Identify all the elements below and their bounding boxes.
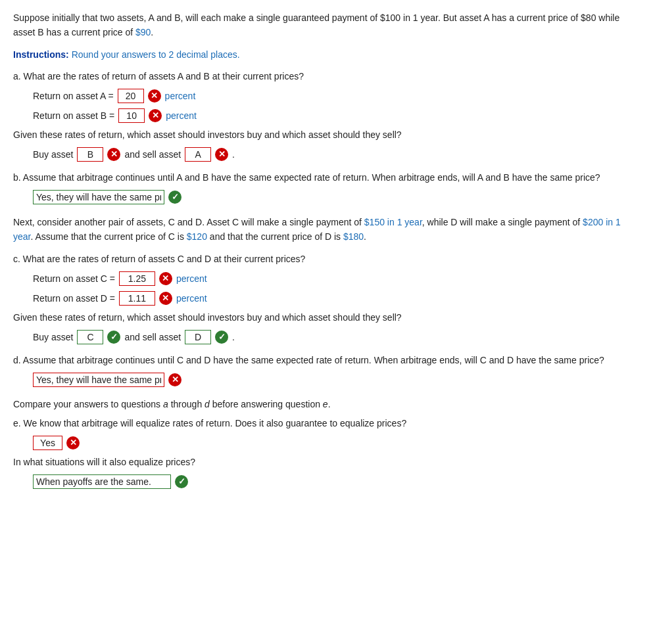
follow-up-e-row: ✓	[33, 474, 640, 489]
buy-c-correct-icon: ✓	[107, 331, 120, 344]
instructions: Instructions: Round your answers to 2 de…	[13, 48, 640, 62]
return-d-unit: percent	[176, 293, 207, 304]
sell-c-correct-icon: ✓	[215, 331, 228, 344]
section-c: c. What are the rates of return of asset…	[13, 252, 640, 344]
answer-e-input[interactable]	[33, 436, 62, 450]
answer-e-wrong-icon: ✕	[66, 436, 80, 449]
cd-intro: Next, consider another pair of assets, C…	[13, 215, 640, 244]
section-d: d. Assume that arbitrage continues until…	[13, 354, 640, 387]
sell-input-a[interactable]	[185, 147, 211, 162]
return-c-row: Return on asset C = ✕ percent	[33, 271, 640, 286]
section-a: a. What are the rates of return of asset…	[13, 70, 640, 162]
sell-input-c[interactable]	[185, 330, 211, 344]
question-a: a. What are the rates of return of asset…	[13, 70, 640, 83]
follow-up-a: Given these rates of return, which asset…	[13, 128, 640, 142]
answer-d-row: ✕	[33, 373, 640, 387]
return-d-row: Return on asset D = ✕ percent	[33, 291, 640, 306]
return-a-unit: percent	[165, 91, 196, 101]
buy-input-c[interactable]	[77, 330, 103, 344]
sell-a-wrong-icon: ✕	[215, 148, 228, 161]
answer-b-correct-icon: ✓	[168, 191, 181, 204]
return-a-input[interactable]	[118, 89, 144, 103]
follow-up-e-correct-icon: ✓	[175, 475, 188, 488]
section-b: b. Assume that arbitrage continues until…	[13, 171, 640, 204]
answer-e-row: ✕	[33, 436, 640, 450]
answer-d-input[interactable]	[33, 373, 164, 387]
instructions-label: Instructions:	[13, 49, 69, 60]
return-c-input[interactable]	[119, 271, 155, 286]
return-b-wrong-icon: ✕	[149, 109, 162, 122]
follow-up-c: Given these rates of return, which asset…	[13, 311, 640, 325]
return-a-row: Return on asset A = ✕ percent	[33, 89, 640, 103]
buy-input-a[interactable]	[77, 147, 103, 162]
return-b-label: Return on asset B =	[33, 110, 114, 121]
return-c-unit: percent	[176, 273, 207, 284]
return-d-wrong-icon: ✕	[159, 292, 172, 305]
return-a-wrong-icon: ✕	[148, 89, 161, 103]
answer-b-input[interactable]	[33, 190, 164, 204]
return-c-wrong-icon: ✕	[159, 272, 172, 285]
answer-d-wrong-icon: ✕	[168, 373, 181, 386]
follow-up-e-input[interactable]	[33, 474, 171, 489]
compare-text: Compare your answers to questions a thro…	[13, 398, 640, 411]
return-b-input[interactable]	[118, 108, 145, 123]
question-b: b. Assume that arbitrage continues until…	[13, 171, 640, 185]
return-b-row: Return on asset B = ✕ percent	[33, 108, 640, 123]
section-e: e. We know that arbitrage will equalize …	[13, 417, 640, 489]
and-sell-label-a: and sell asset	[124, 149, 181, 160]
buy-sell-row-c: Buy asset ✓ and sell asset ✓ .	[33, 330, 640, 344]
answer-b-row: ✓	[33, 190, 640, 204]
buy-sell-row-a: Buy asset ✕ and sell asset ✕ .	[33, 147, 640, 162]
return-c-label: Return on asset C =	[33, 273, 115, 284]
buy-label-c: Buy asset	[33, 332, 73, 342]
question-d: d. Assume that arbitrage continues until…	[13, 354, 640, 367]
question-e: e. We know that arbitrage will equalize …	[13, 417, 640, 430]
question-c: c. What are the rates of return of asset…	[13, 252, 640, 266]
return-d-label: Return on asset D =	[33, 293, 115, 304]
buy-a-wrong-icon: ✕	[107, 148, 120, 161]
buy-label-a: Buy asset	[33, 149, 73, 160]
follow-up-e: In what situations will it also equalize…	[13, 455, 640, 469]
instructions-text: Round your answers to 2 decimal places.	[72, 49, 240, 60]
return-a-label: Return on asset A =	[33, 91, 114, 101]
and-sell-label-c: and sell asset	[124, 332, 181, 342]
return-b-unit: percent	[166, 110, 197, 121]
intro-text: Suppose initially that two assets, A and…	[13, 11, 640, 40]
return-d-input[interactable]	[119, 291, 155, 306]
